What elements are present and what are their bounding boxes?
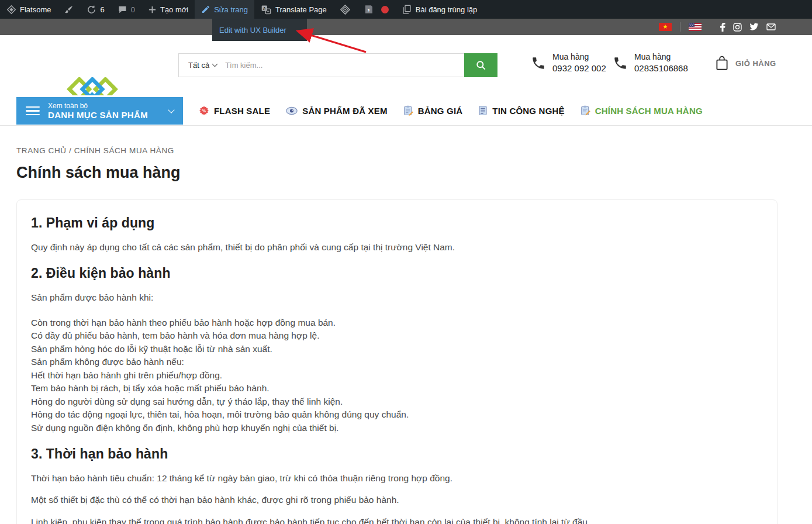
main-nav: Xem toàn bộ DANH MỤC SẢN PHẨM % FLASH SA… — [0, 95, 812, 126]
admin-plugin-diamond-item[interactable] — [333, 0, 357, 19]
section-3-heading: 3. Thời hạn bảo hành — [31, 446, 763, 462]
hotline-2-number: 02835106868 — [634, 63, 688, 74]
edit-with-ux-builder-item[interactable]: Edit with UX Builder — [219, 26, 286, 35]
instagram-icon[interactable] — [733, 23, 742, 32]
twitter-icon[interactable] — [749, 23, 759, 31]
all-categories-button[interactable]: Xem toàn bộ DANH MỤC SẢN PHẨM — [16, 97, 183, 125]
social-links — [720, 23, 776, 32]
admin-duplicate-label: Bài đăng trùng lặp — [416, 5, 478, 14]
cart-button[interactable]: GIỎ HÀNG — [714, 55, 776, 71]
phone-icon — [613, 56, 628, 71]
admin-new-label: Tạo mới — [160, 5, 188, 14]
list-item: Có đầy đủ phiếu bảo hành, tem bảo hành v… — [31, 329, 763, 343]
admin-translate-item[interactable]: A Translate Page — [254, 0, 333, 19]
us-flag-icon[interactable] — [689, 23, 702, 31]
section-1-heading: 1. Phạm vi áp dụng — [31, 215, 763, 231]
search-category-dropdown[interactable]: Tất cả — [179, 54, 225, 77]
menu-item-price-list[interactable]: BẢNG GIÁ — [403, 105, 463, 116]
page: Flatsome 6 0 Tạo mới — [0, 0, 812, 524]
list-item: Còn trong thời hạn bảo hành theo phiếu b… — [31, 316, 763, 330]
search-bar: Tất cả — [178, 53, 497, 77]
plus-icon — [148, 5, 157, 14]
updates-count: 6 — [100, 5, 104, 14]
yoast-status-dot — [381, 6, 389, 13]
admin-new-item[interactable]: Tạo mới — [141, 0, 195, 19]
tech-news-icon — [478, 105, 488, 116]
section-3-paragraph: Thời hạn bảo hành tiêu chuẩn: 12 tháng k… — [31, 471, 763, 485]
site-header: 123WEBSITE Tất cả Mua hàng 0932 092 002 … — [0, 35, 812, 95]
phone-icon — [531, 56, 546, 71]
search-button[interactable] — [464, 53, 497, 77]
flatsome-diamond-icon — [6, 5, 16, 15]
vietnam-flag-icon[interactable]: ★ — [659, 23, 672, 31]
comment-bubble-icon — [118, 5, 127, 15]
categories-bottom-label: DANH MỤC SẢN PHẨM — [48, 110, 148, 120]
hotline-1-number: 0932 092 002 — [552, 63, 606, 74]
edit-page-dropdown: Edit with UX Builder — [212, 19, 307, 41]
menu-item-purchase-policy[interactable]: CHÍNH SÁCH MUA HÀNG — [581, 105, 703, 116]
warranty-conditions-list: Còn trong thời hạn bảo hành theo phiếu b… — [31, 316, 763, 435]
list-item: Tem bảo hành bị rách, bị tẩy xóa hoặc mấ… — [31, 382, 763, 395]
menu-label: BẢNG GIÁ — [418, 106, 463, 116]
menu: % FLASH SALE SẢN PHẨM ĐÃ XEM BẢNG GIÁ TI… — [199, 95, 703, 126]
breadcrumb[interactable]: TRANG CHỦ / CHÍNH SÁCH MUA HÀNG — [16, 146, 174, 155]
content-card: 1. Phạm vi áp dụng Quy định này áp dụng … — [16, 199, 778, 524]
eye-icon — [286, 106, 298, 115]
search-input[interactable] — [225, 54, 464, 77]
update-icon — [87, 5, 96, 15]
list-item: Sử dụng nguồn điện không ổn định, không … — [31, 422, 763, 435]
page-title: Chính sách mua hàng — [16, 164, 181, 182]
search-category-label: Tất cả — [188, 61, 209, 70]
topbar-divider — [680, 22, 680, 32]
cart-label: GIỎ HÀNG — [735, 59, 776, 68]
yoast-seo-icon: y — [364, 4, 374, 15]
policy-icon — [581, 105, 590, 116]
price-list-icon — [403, 105, 413, 116]
svg-text:%: % — [202, 108, 206, 113]
search-icon — [475, 60, 487, 71]
menu-label: FLASH SALE — [214, 106, 270, 116]
section-1-paragraph: Quy định này áp dụng cho tất cả các sản … — [31, 240, 763, 254]
pencil-icon — [201, 5, 210, 14]
admin-duplicate-item[interactable]: Bài đăng trùng lặp — [395, 0, 484, 19]
menu-item-tech-news[interactable]: TIN CÔNG NGHỆ — [478, 105, 564, 116]
duplicate-pages-icon — [402, 4, 412, 15]
diamond-badge-icon — [340, 4, 351, 15]
section-2-heading: 2. Điều kiện bảo hành — [31, 266, 763, 281]
categories-top-label: Xem toàn bộ — [48, 102, 148, 110]
admin-customize-item[interactable] — [57, 0, 80, 19]
site-topbar: ★ — [0, 19, 812, 35]
shopping-bag-icon — [714, 55, 730, 71]
chevron-down-icon — [212, 61, 218, 67]
wp-admin-bar: Flatsome 6 0 Tạo mới — [0, 0, 812, 19]
admin-site-name: Flatsome — [20, 5, 51, 14]
menu-item-viewed-products[interactable]: SẢN PHẨM ĐÃ XEM — [286, 106, 388, 116]
admin-edit-label: Sửa trang — [214, 5, 248, 14]
list-item: Hỏng do tác động ngoại lực, thiên tai, h… — [31, 408, 763, 422]
hotline-1[interactable]: Mua hàng 0932 092 002 — [531, 51, 606, 74]
menu-label: TIN CÔNG NGHỆ — [492, 106, 564, 116]
admin-flatsome-item[interactable]: Flatsome — [0, 0, 57, 19]
list-item: Sản phẩm không được bảo hành nếu: — [31, 356, 763, 369]
list-item: Hỏng do người dùng sử dụng sai hướng dẫn… — [31, 395, 763, 409]
hamburger-icon — [26, 104, 40, 118]
admin-updates-item[interactable]: 6 — [80, 0, 110, 19]
email-icon[interactable] — [766, 23, 776, 30]
hotline-2-label: Mua hàng — [634, 51, 688, 63]
menu-item-flash-sale[interactable]: % FLASH SALE — [199, 105, 270, 116]
hotline-1-label: Mua hàng — [552, 51, 606, 63]
list-item: Sản phẩm hỏng hóc do lỗi kỹ thuật hoặc l… — [31, 343, 763, 356]
facebook-icon[interactable] — [720, 23, 725, 32]
translate-icon: A — [261, 5, 272, 15]
section-3-paragraph: Một số thiết bị đặc thù có thể có thời h… — [31, 493, 763, 506]
admin-comments-item[interactable]: 0 — [111, 0, 141, 19]
menu-label: CHÍNH SÁCH MUA HÀNG — [595, 106, 703, 116]
admin-translate-label: Translate Page — [275, 5, 327, 14]
brush-icon — [64, 5, 74, 15]
chevron-down-icon — [168, 106, 174, 113]
comments-count: 0 — [131, 5, 135, 14]
admin-yoast-item[interactable]: y — [357, 0, 395, 19]
section-3-paragraph: Linh kiện, phụ kiện thay thế trong quá t… — [31, 515, 763, 524]
hotline-2[interactable]: Mua hàng 02835106868 — [613, 51, 688, 74]
admin-edit-page-item[interactable]: Sửa trang — [195, 0, 254, 19]
